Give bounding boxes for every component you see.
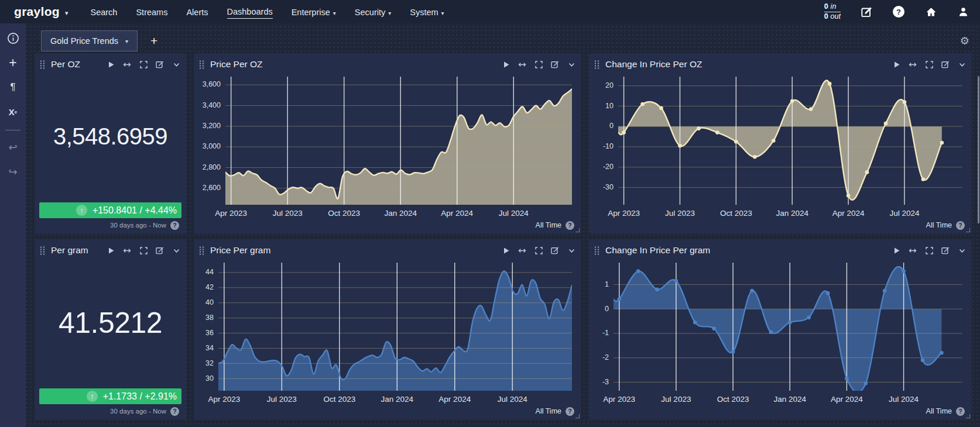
edit-icon[interactable]	[156, 246, 164, 254]
svg-text:Jan 2024: Jan 2024	[384, 209, 417, 218]
move-horizontal-icon[interactable]	[518, 60, 526, 68]
drag-handle-icon[interactable]	[39, 246, 46, 256]
nav-item-enterprise[interactable]: Enterprise▾	[292, 5, 336, 19]
help-icon[interactable]: ?	[170, 221, 179, 230]
tab-gold-price-trends[interactable]: Gold Price Trends ▾	[41, 30, 138, 51]
play-icon[interactable]	[107, 60, 115, 68]
collapse-icon[interactable]	[958, 246, 966, 254]
help-icon[interactable]: ?	[170, 407, 179, 416]
widget-price-per-gram: Price Per gram 3032343638404244Apr 2023J…	[194, 239, 581, 420]
top-navbar: graylog ▾ Search Streams Alerts Dashboar…	[0, 0, 980, 23]
metric-value: 3,548.6959	[53, 123, 167, 150]
edit-icon[interactable]	[941, 60, 950, 68]
add-tab-button[interactable]: +	[150, 34, 157, 48]
logo-caret-icon[interactable]: ▾	[65, 9, 68, 17]
fullscreen-icon[interactable]	[139, 60, 148, 68]
metric-value: 41.5212	[59, 306, 162, 340]
move-horizontal-icon[interactable]	[518, 246, 526, 254]
undo-icon[interactable]: ↩	[5, 140, 20, 155]
help-icon[interactable]: ?	[956, 407, 965, 416]
svg-text:Oct 2023: Oct 2023	[328, 209, 360, 218]
collapse-icon[interactable]	[172, 246, 180, 254]
nav-item-security[interactable]: Security▾	[355, 5, 391, 19]
drag-handle-icon[interactable]	[594, 60, 600, 70]
graylog-logo[interactable]: graylog	[14, 5, 60, 19]
edit-icon[interactable]	[551, 246, 559, 254]
help-icon[interactable]: ?	[566, 407, 574, 416]
nav-item-dashboards[interactable]: Dashboards	[227, 5, 273, 19]
play-icon[interactable]	[892, 246, 900, 254]
nav-item-alerts[interactable]: Alerts	[186, 5, 208, 19]
widget-actions	[107, 246, 180, 254]
edit-icon[interactable]	[941, 246, 950, 254]
timerange-label: 30 days ago - Now	[110, 408, 166, 415]
widget-grid: Per OZ 3,548.6959 ↑ +150.8401 / +4.44% 3…	[26, 53, 980, 420]
play-icon[interactable]	[107, 246, 115, 254]
nav-item-search[interactable]: Search	[90, 5, 117, 19]
chevron-down-icon: ▾	[333, 10, 336, 16]
vertical-scrollbar[interactable]	[978, 76, 979, 223]
home-icon[interactable]	[924, 5, 937, 18]
play-icon[interactable]	[502, 60, 510, 68]
nav-item-system[interactable]: System▾	[410, 5, 444, 19]
help-icon[interactable]: ?	[956, 221, 965, 230]
drag-handle-icon[interactable]	[198, 60, 205, 70]
timerange-label: All Time	[536, 221, 561, 229]
move-horizontal-icon[interactable]	[123, 246, 131, 254]
redo-icon[interactable]: ↪	[5, 164, 20, 180]
svg-text:40: 40	[205, 298, 214, 307]
collapse-icon[interactable]	[172, 60, 180, 68]
svg-text:Apr 2024: Apr 2024	[832, 209, 865, 218]
resize-handle[interactable]	[575, 228, 580, 232]
resize-handle[interactable]	[966, 228, 970, 232]
fullscreen-icon[interactable]	[925, 246, 933, 254]
widget-title: Price Per gram	[210, 245, 270, 256]
svg-text:Jul 2023: Jul 2023	[267, 395, 297, 404]
svg-text:Oct 2023: Oct 2023	[720, 209, 752, 218]
price-per-gram-chart: 3032343638404244Apr 2023Jul 2023Oct 2023…	[196, 258, 577, 406]
dashboard-main: Gold Price Trends ▾ + ⚙ Per OZ 3,548.695…	[26, 23, 980, 427]
nav-item-streams[interactable]: Streams	[136, 5, 167, 19]
widget-per-gram: Per gram 41.5212 ↑ +1.1733 / +2.91% 30 d…	[35, 239, 186, 420]
collapse-icon[interactable]	[567, 246, 575, 254]
edit-icon[interactable]	[551, 60, 559, 68]
help-icon[interactable]: ?	[566, 221, 574, 230]
add-icon[interactable]: +	[5, 55, 20, 70]
play-icon[interactable]	[892, 60, 900, 68]
main-nav: Search Streams Alerts Dashboards Enterpr…	[90, 5, 444, 19]
edit-icon[interactable]	[156, 60, 164, 68]
svg-text:Jul 2023: Jul 2023	[273, 209, 303, 218]
fullscreen-icon[interactable]	[534, 60, 543, 68]
subscript-x-icon[interactable]: Xe	[5, 104, 20, 119]
collapse-icon[interactable]	[958, 60, 966, 68]
timerange-label: All Time	[926, 221, 952, 229]
move-horizontal-icon[interactable]	[123, 60, 131, 68]
fullscreen-icon[interactable]	[534, 246, 543, 254]
timerange-label: All Time	[536, 407, 561, 415]
widget-title: Change In Price Per gram	[605, 245, 710, 256]
drag-handle-icon[interactable]	[39, 60, 46, 70]
resize-handle[interactable]	[966, 414, 970, 418]
widget-actions	[502, 60, 575, 68]
sidebar-divider	[5, 130, 20, 130]
move-horizontal-icon[interactable]	[909, 246, 917, 254]
svg-text:Apr 2024: Apr 2024	[438, 395, 471, 404]
play-icon[interactable]	[502, 246, 510, 254]
move-horizontal-icon[interactable]	[909, 60, 917, 68]
gear-icon[interactable]: ⚙	[960, 35, 969, 47]
widget-actions	[502, 246, 575, 254]
info-icon[interactable]	[5, 30, 20, 46]
help-icon[interactable]: ?	[892, 5, 905, 18]
edit-icon[interactable]	[860, 5, 873, 18]
svg-text:36: 36	[205, 329, 214, 337]
collapse-icon[interactable]	[567, 60, 575, 68]
paragraph-icon[interactable]: ¶	[5, 80, 20, 95]
user-icon[interactable]	[957, 5, 969, 18]
svg-text:20: 20	[605, 81, 614, 89]
fullscreen-icon[interactable]	[139, 246, 148, 254]
drag-handle-icon[interactable]	[594, 246, 600, 256]
resize-handle[interactable]	[575, 414, 580, 418]
fullscreen-icon[interactable]	[925, 60, 933, 68]
drag-handle-icon[interactable]	[198, 246, 205, 256]
svg-text:44: 44	[205, 268, 214, 276]
